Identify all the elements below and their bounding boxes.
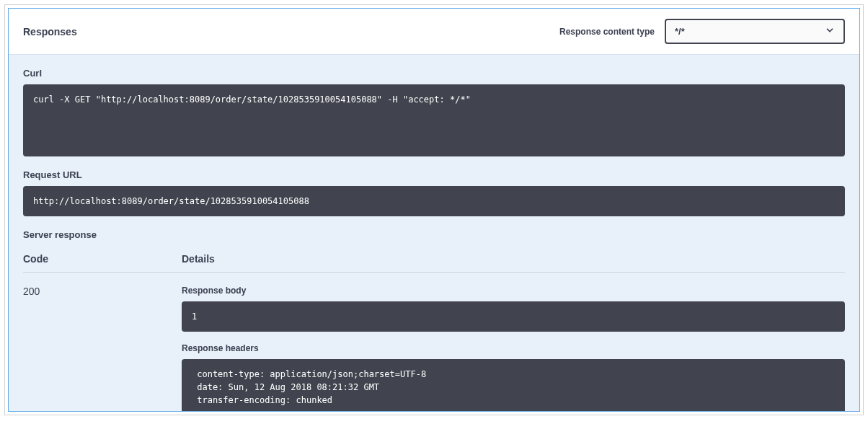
details-area: Response body 1 Response headers content… xyxy=(182,286,845,411)
curl-command-block[interactable]: curl -X GET "http://localhost:8089/order… xyxy=(23,84,845,156)
content-type-label: Response content type xyxy=(559,27,655,37)
responses-panel: Responses Response content type */* Curl… xyxy=(8,8,860,412)
content-type-select[interactable]: */* xyxy=(665,19,845,44)
responses-body: Curl curl -X GET "http://localhost:8089/… xyxy=(9,55,859,411)
response-body-block[interactable]: 1 xyxy=(182,301,845,332)
column-details: Details xyxy=(182,253,845,265)
outer-frame: Responses Response content type */* Curl… xyxy=(4,4,864,415)
response-headers-label: Response headers xyxy=(182,343,845,353)
request-url-block[interactable]: http://localhost:8089/order/state/102853… xyxy=(23,186,845,216)
content-type-wrap: Response content type */* xyxy=(559,19,845,44)
column-code: Code xyxy=(23,253,182,265)
content-type-value: */* xyxy=(675,26,685,37)
chevron-down-icon xyxy=(825,25,835,37)
server-response-label: Server response xyxy=(23,229,845,240)
request-url-label: Request URL xyxy=(23,169,845,180)
responses-header: Responses Response content type */* xyxy=(9,9,859,55)
responses-title: Responses xyxy=(23,26,77,37)
response-headers-block[interactable]: content-type: application/json;charset=U… xyxy=(182,359,845,411)
response-row: 200 Response body 1 Response headers con… xyxy=(23,273,845,411)
response-body-label: Response body xyxy=(182,286,845,296)
response-table-head: Code Details xyxy=(23,246,845,273)
status-code: 200 xyxy=(23,286,182,411)
curl-label: Curl xyxy=(23,68,845,79)
